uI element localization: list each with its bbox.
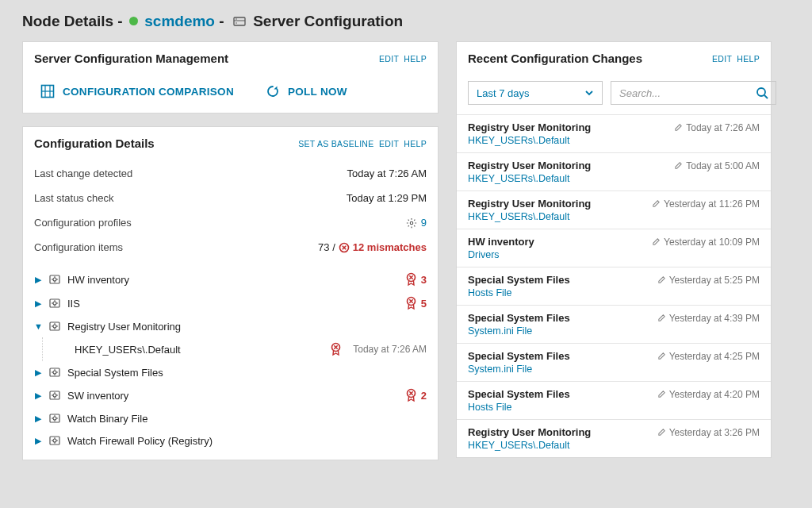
- items-label: Configuration items: [34, 241, 123, 253]
- recent-changes-list: Registry User MonitoringToday at 7:26 AM…: [457, 114, 771, 457]
- recent-item-sub-link[interactable]: HKEY_USERs\.Default: [468, 135, 760, 146]
- chevron-right-icon[interactable]: ▶: [34, 275, 42, 285]
- poll-now-label: POLL NOW: [288, 86, 347, 98]
- pencil-icon: [657, 314, 666, 322]
- mismatch-icon: [339, 242, 350, 253]
- recent-item-name: Registry User Monitoring: [468, 198, 591, 210]
- tree-row[interactable]: ▶Watch Firewall Policy (Registry): [34, 429, 427, 452]
- profile-icon: [48, 320, 61, 333]
- recent-item-sub-link[interactable]: System.ini File: [468, 325, 760, 337]
- chevron-down-icon[interactable]: ▼: [34, 321, 42, 331]
- scm-panel: Server Configuration Management EDIT HEL…: [22, 41, 439, 114]
- recent-item-sub-link[interactable]: System.ini File: [468, 364, 760, 375]
- profile-icon: [48, 389, 61, 402]
- mismatch-icon: [330, 342, 342, 356]
- poll-now-button[interactable]: POLL NOW: [266, 84, 347, 98]
- svg-point-8: [410, 221, 413, 225]
- recent-item-sub-link[interactable]: HKEY_USERs\.Default: [468, 440, 760, 451]
- recent-item-name: HW inventory: [468, 236, 534, 248]
- tree-row[interactable]: ▶Watch Binary File: [34, 407, 427, 429]
- tree-item-label: Watch Binary File: [67, 413, 147, 425]
- mismatch-badge: 3: [405, 272, 427, 287]
- tree-row[interactable]: ▶Special System Files: [34, 361, 427, 383]
- server-config-icon: [233, 15, 246, 28]
- recent-item-name: Special System Files: [468, 312, 570, 324]
- last-change-label: Last change detected: [34, 167, 132, 179]
- svg-point-2: [236, 18, 237, 20]
- recent-change-item[interactable]: Registry User MonitoringToday at 7:26 AM…: [457, 114, 771, 152]
- mismatch-icon: [405, 296, 417, 310]
- details-help-link[interactable]: HELP: [404, 139, 427, 148]
- svg-point-31: [53, 325, 56, 328]
- tree-child-row[interactable]: HKEY_USERs\.DefaultToday at 7:26 AM: [42, 337, 427, 361]
- recent-change-item[interactable]: Registry User MonitoringYesterday at 3:2…: [457, 419, 771, 457]
- last-check-label: Last status check: [34, 192, 113, 204]
- recent-change-item[interactable]: Special System FilesYesterday at 4:25 PM…: [457, 343, 771, 381]
- range-select-label: Last 7 days: [477, 87, 530, 99]
- svg-rect-0: [234, 17, 245, 25]
- chevron-right-icon[interactable]: ▶: [34, 414, 42, 424]
- recent-item-sub-link[interactable]: Hosts File: [468, 402, 760, 413]
- mismatch-badge: 2: [405, 388, 427, 402]
- recent-change-item[interactable]: Special System FilesYesterday at 4:39 PM…: [457, 305, 771, 343]
- recent-item-time: Yesterday at 11:26 PM: [652, 198, 760, 210]
- compare-icon: [40, 84, 55, 98]
- recent-item-time: Yesterday at 4:39 PM: [657, 313, 760, 324]
- scm-panel-title: Server Configuration Management: [34, 52, 228, 65]
- recent-change-item[interactable]: Registry User MonitoringYesterday at 11:…: [457, 190, 771, 229]
- mismatch-icon: [405, 388, 417, 402]
- recent-item-name: Special System Files: [468, 274, 570, 286]
- title-prefix: Node Details -: [22, 13, 127, 29]
- tree-row[interactable]: ▼Registry User Monitoring: [34, 315, 427, 337]
- title-config-label: Server Configuration: [253, 13, 403, 29]
- scm-help-link[interactable]: HELP: [404, 54, 427, 64]
- tree-item-label: Watch Firewall Policy (Registry): [67, 435, 213, 447]
- last-check-value: Today at 1:29 PM: [347, 192, 427, 204]
- pencil-icon: [657, 352, 666, 360]
- recent-change-item[interactable]: HW inventoryYesterday at 10:09 PMDrivers: [457, 229, 771, 267]
- profile-icon: [48, 297, 61, 310]
- recent-item-name: Special System Files: [468, 350, 570, 362]
- recent-item-sub-link[interactable]: Hosts File: [468, 287, 760, 298]
- config-comparison-button[interactable]: CONFIGURATION COMPARISON: [40, 84, 234, 98]
- svg-point-66: [757, 88, 765, 96]
- recent-edit-link[interactable]: EDIT: [712, 54, 732, 64]
- mismatch-count: 5: [421, 298, 427, 310]
- tree-row[interactable]: ▶HW inventory3: [34, 267, 427, 291]
- recent-change-item[interactable]: Special System FilesYesterday at 5:25 PM…: [457, 267, 771, 305]
- set-baseline-link[interactable]: SET AS BASELINE: [298, 139, 373, 148]
- profiles-count-link[interactable]: 9: [421, 217, 427, 229]
- profile-icon: [48, 273, 61, 286]
- recent-help-link[interactable]: HELP: [737, 54, 760, 64]
- details-edit-link[interactable]: EDIT: [379, 139, 399, 148]
- recent-item-name: Registry User Monitoring: [468, 121, 591, 133]
- tree-row[interactable]: ▶SW inventory2: [34, 383, 427, 407]
- tree-child-label: HKEY_USERs\.Default: [75, 344, 181, 356]
- tree-row[interactable]: ▶IIS5: [34, 291, 427, 315]
- config-details-title: Configuration Details: [34, 137, 155, 150]
- recent-item-time: Yesterday at 4:25 PM: [657, 351, 760, 362]
- search-icon[interactable]: [755, 86, 769, 100]
- config-tree: ▶HW inventory3▶IIS5▼Registry User Monito…: [23, 266, 438, 460]
- svg-point-61: [53, 439, 56, 442]
- recent-item-sub-link[interactable]: Drivers: [468, 249, 760, 260]
- chevron-right-icon[interactable]: ▶: [34, 391, 42, 401]
- recent-change-item[interactable]: Registry User MonitoringToday at 5:00 AM…: [457, 152, 771, 190]
- chevron-right-icon[interactable]: ▶: [34, 436, 42, 446]
- range-select[interactable]: Last 7 days: [468, 81, 603, 105]
- mismatch-text: 12 mismatches: [353, 241, 427, 253]
- chevron-right-icon[interactable]: ▶: [34, 368, 42, 378]
- pencil-icon: [652, 199, 661, 208]
- recent-item-time: Yesterday at 3:26 PM: [657, 427, 760, 438]
- recent-item-sub-link[interactable]: HKEY_USERs\.Default: [468, 173, 760, 184]
- recent-item-name: Registry User Monitoring: [468, 426, 591, 438]
- recent-item-sub-link[interactable]: HKEY_USERs\.Default: [468, 211, 760, 222]
- search-input[interactable]: [618, 87, 755, 100]
- recent-change-item[interactable]: Special System FilesYesterday at 4:20 PM…: [457, 381, 771, 419]
- profiles-label: Configuration profiles: [34, 217, 132, 229]
- scm-edit-link[interactable]: EDIT: [379, 54, 399, 64]
- tree-item-label: SW inventory: [67, 390, 128, 402]
- node-name-link[interactable]: scmdemo: [144, 13, 215, 29]
- config-details-panel: Configuration Details SET AS BASELINE ED…: [22, 126, 439, 460]
- chevron-right-icon[interactable]: ▶: [34, 298, 42, 309]
